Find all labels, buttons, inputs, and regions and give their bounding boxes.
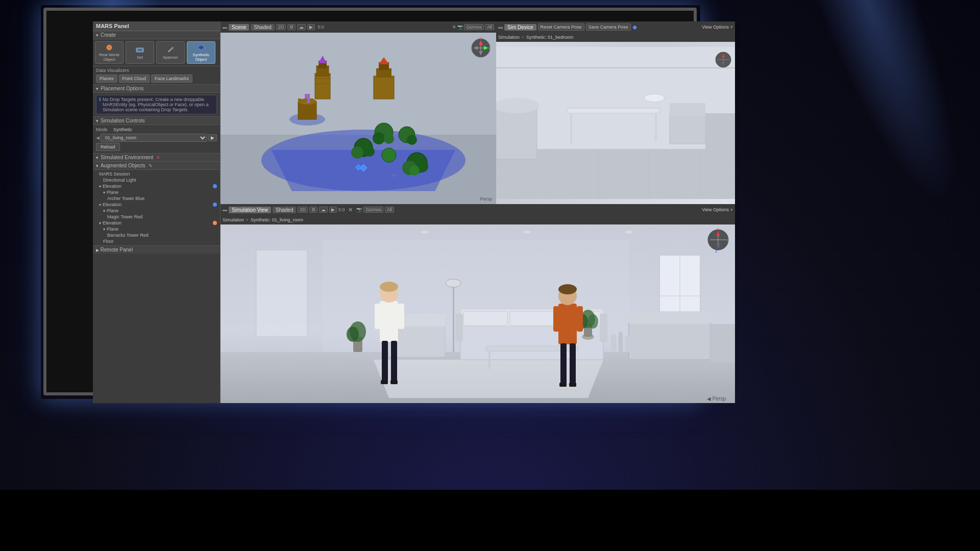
tree-directional-light[interactable]: Directional Light	[93, 177, 220, 183]
point-cloud-btn[interactable]: Point Cloud	[119, 74, 150, 83]
svg-point-205	[867, 509, 884, 529]
scene-toolbar-btn2[interactable]: ☁	[297, 24, 306, 30]
svg-point-161	[222, 511, 237, 530]
placement-section: ℹ No Drop Targets present. Create a new …	[93, 93, 220, 117]
svg-point-199	[777, 511, 795, 534]
tree-plane-3[interactable]: ▾ Plane	[93, 226, 220, 232]
svg-rect-134	[570, 343, 576, 384]
sim-view-close-btn[interactable]: ✕	[348, 207, 353, 213]
sim-view-options[interactable]: View Options	[702, 207, 729, 212]
mars-session-label: MARS Session	[99, 171, 130, 177]
plane3-label: Plane	[107, 227, 118, 232]
tree-mars-session[interactable]: MARS Session	[93, 171, 220, 177]
sim-view-shading[interactable]: Shaded	[273, 207, 296, 213]
svg-point-63	[644, 94, 665, 102]
svg-point-189	[632, 509, 649, 529]
tree-archer-tower[interactable]: Archer Tower Blue	[93, 195, 220, 202]
reset-camera-btn[interactable]: Reset Camera Pose	[538, 23, 584, 31]
sim-view-gizmos[interactable]: Gizmos	[363, 207, 383, 213]
svg-rect-86	[256, 250, 307, 337]
svg-point-195	[719, 511, 736, 532]
svg-point-36	[364, 146, 375, 157]
sim-view-2d[interactable]: 2D	[298, 207, 308, 213]
placement-section-header[interactable]: Placement Options	[93, 85, 220, 93]
view-options-arrow[interactable]: ▾	[730, 24, 733, 30]
sim-device-svg	[496, 42, 735, 204]
synthetic-object-btn[interactable]: Synthetic Object	[187, 41, 215, 64]
sim-view-synthetic[interactable]: Synthetic: 01_living_room	[251, 217, 303, 222]
tree-magic-tower[interactable]: Magic Tower Red	[93, 214, 220, 220]
scene-all-btn[interactable]: All	[485, 24, 494, 30]
scene-toolbar: ▬ Scene Shaded 2D ⚙ ☁ ▶ 5:0 ✕ 📷 Gizmos A…	[220, 21, 496, 33]
svg-rect-26	[298, 98, 301, 103]
sim-view-label[interactable]: Simulation View	[229, 207, 271, 213]
sim-view-btn2[interactable]: ☁	[319, 207, 328, 213]
planes-btn[interactable]: Planes	[96, 74, 117, 83]
sim-view-simulation[interactable]: Simulation	[223, 217, 244, 222]
svg-rect-166	[282, 529, 295, 551]
data-visualizers-section: Data Visualizers Planes Point Cloud Face…	[93, 66, 220, 85]
svg-rect-66	[705, 113, 735, 149]
tree-floor[interactable]: Floor	[93, 238, 220, 244]
spanner-btn[interactable]: Spanner	[156, 41, 185, 64]
face-landmarks-btn[interactable]: Face Landmarks	[151, 74, 192, 83]
scene-2d-btn[interactable]: 2D	[276, 24, 286, 30]
svg-rect-178	[458, 528, 471, 551]
svg-rect-95	[488, 351, 491, 369]
sim-collapse-btn[interactable]: ▬	[498, 24, 503, 30]
sim-view-all[interactable]: All	[385, 207, 394, 213]
remote-panel-header[interactable]: ▶ Remote Panel	[93, 245, 220, 254]
scene-toolbar-btn1[interactable]: ⚙	[287, 24, 296, 30]
svg-rect-135	[559, 383, 567, 387]
set-btn[interactable]: Set	[126, 41, 154, 64]
svg-rect-123	[398, 304, 404, 329]
scene-collapse-btn[interactable]: ▬	[223, 24, 227, 30]
svg-point-181	[515, 509, 531, 530]
tree-plane-1[interactable]: ▾ Plane	[93, 189, 220, 195]
simulated-env-header[interactable]: Simulated Environment ✕	[93, 154, 220, 162]
tree-barracks-tower[interactable]: Barracks Tower Red	[93, 232, 220, 238]
sim-device-synthetic[interactable]: Synthetic: 01_bedroom	[526, 35, 574, 40]
svg-rect-146	[0, 490, 980, 551]
elevation1-dot	[213, 184, 217, 188]
tree-elevation-3[interactable]: ▾ Elevation	[93, 220, 220, 226]
elevation2-label: Elevation	[103, 202, 121, 207]
svg-point-121	[380, 282, 398, 292]
scene-label[interactable]: Scene	[229, 24, 249, 31]
svg-rect-61	[655, 113, 657, 144]
save-camera-btn[interactable]: Save Camera Pose	[586, 23, 631, 31]
scene-gizmos-btn[interactable]: Gizmos	[464, 24, 484, 30]
svg-rect-119	[380, 301, 398, 342]
scene-arrow-btn[interactable]: ▶	[208, 134, 217, 141]
sim-view-btn1[interactable]: ⚙	[309, 207, 317, 213]
sim-view-toolbar: ▬ Simulation View Shaded 2D ⚙ ☁ ▶ 5:0 ✕ …	[220, 204, 735, 215]
create-section-header[interactable]: Create	[93, 31, 220, 39]
svg-rect-59	[568, 108, 659, 113]
diamond-icon: ◆	[632, 23, 637, 31]
sim-view-btn3[interactable]: ▶	[329, 207, 337, 213]
sim-device-label[interactable]: Sim Device	[504, 24, 536, 31]
svg-rect-111	[619, 332, 623, 352]
svg-rect-67	[496, 67, 735, 68]
svg-text:Y: Y	[480, 37, 482, 40]
augmented-objects-header[interactable]: Augmented Objects ✎	[93, 162, 220, 170]
sim-view-options-arrow[interactable]: ▾	[730, 207, 733, 212]
tree-elevation-1[interactable]: ▾ Elevation	[93, 183, 220, 189]
sim-view-collapse-btn[interactable]: ▬	[223, 207, 227, 212]
tree-elevation-2[interactable]: ▾ Elevation	[93, 202, 220, 208]
scene-toolbar-btn3[interactable]: ▶	[307, 24, 315, 30]
real-world-object-btn[interactable]: Real World Object	[95, 41, 124, 64]
placement-info-text: No Drop Targets present. Create a new dr…	[103, 97, 214, 112]
scene-dropdown[interactable]: 01_living_room	[101, 134, 207, 142]
svg-rect-204	[838, 528, 852, 551]
svg-rect-28	[310, 98, 313, 103]
living-room-scene: ◀ Persp Y X Z	[220, 224, 735, 403]
augmented-objects-title: Augmented Objects	[101, 163, 145, 168]
mars-panel: MARS Panel Create Real World Object	[93, 21, 220, 403]
sim-device-simulation[interactable]: Simulation	[498, 35, 520, 40]
view-options-label[interactable]: View Options	[702, 24, 729, 30]
sim-controls-header[interactable]: Simulation Controls	[93, 117, 220, 125]
reload-btn[interactable]: Reload	[96, 143, 120, 151]
scene-shading[interactable]: Shaded	[251, 24, 274, 31]
tree-plane-2[interactable]: ▾ Plane	[93, 208, 220, 214]
